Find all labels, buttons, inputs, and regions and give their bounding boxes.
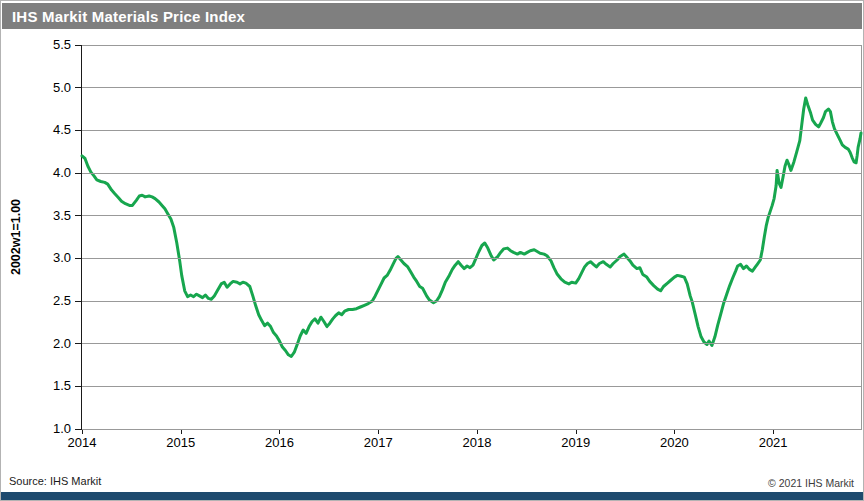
gridline — [82, 343, 862, 344]
x-tick — [181, 430, 182, 434]
x-tick-label: 2020 — [644, 435, 704, 450]
title-bar: IHS Markit Materials Price Index — [2, 3, 862, 29]
x-tick-label: 2018 — [447, 435, 507, 450]
x-tick — [477, 430, 478, 434]
gridline — [82, 215, 862, 216]
gridline — [82, 87, 862, 88]
gridline — [82, 173, 862, 174]
price-index-line-chart — [82, 45, 862, 429]
y-axis-title: 2002w1=1.00 — [1, 45, 31, 429]
y-tick-label: 3.0 — [37, 250, 71, 266]
gridline — [82, 258, 862, 259]
x-tick — [279, 430, 280, 434]
gridline — [82, 386, 862, 387]
x-tick — [773, 430, 774, 434]
plot-area: 1.01.52.02.53.03.54.04.55.05.52014201520… — [82, 45, 862, 429]
y-tick — [75, 429, 81, 430]
y-tick-label: 4.0 — [37, 165, 71, 181]
y-tick — [75, 215, 81, 216]
y-tick — [75, 386, 81, 387]
y-tick-label: 5.5 — [37, 37, 71, 53]
y-tick — [75, 87, 81, 88]
y-tick — [75, 343, 81, 344]
x-tick-label: 2015 — [151, 435, 211, 450]
y-tick-label: 2.0 — [37, 336, 71, 352]
gridline — [82, 130, 862, 131]
y-tick-label: 2.5 — [37, 293, 71, 309]
gridline — [82, 429, 862, 430]
x-tick — [674, 430, 675, 434]
y-tick — [75, 173, 81, 174]
y-tick — [75, 130, 81, 131]
source-note: Source: IHS Markit — [9, 475, 101, 487]
y-tick-label: 3.5 — [37, 208, 71, 224]
y-tick — [75, 45, 81, 46]
y-tick-label: 1.5 — [37, 378, 71, 394]
x-tick-label: 2014 — [52, 435, 112, 450]
materials-price-index-line — [82, 98, 861, 357]
gridline — [82, 301, 862, 302]
chart-figure: IHS Markit Materials Price Index 2002w1=… — [0, 0, 864, 501]
gridline — [82, 45, 862, 46]
x-tick-label: 2017 — [348, 435, 408, 450]
x-tick-label: 2021 — [743, 435, 803, 450]
x-tick-label: 2016 — [249, 435, 309, 450]
x-tick — [378, 430, 379, 434]
y-tick — [75, 258, 81, 259]
x-tick — [576, 430, 577, 434]
chart-title: IHS Markit Materials Price Index — [12, 8, 245, 25]
footer-brand-bar — [1, 492, 863, 500]
y-tick-label: 4.5 — [37, 122, 71, 138]
x-tick-label: 2019 — [546, 435, 606, 450]
x-tick — [82, 430, 83, 434]
copyright-note: © 2021 IHS Markit — [768, 477, 854, 489]
y-tick — [75, 301, 81, 302]
y-axis-title-text: 2002w1=1.00 — [9, 199, 23, 275]
y-tick-label: 5.0 — [37, 80, 71, 96]
